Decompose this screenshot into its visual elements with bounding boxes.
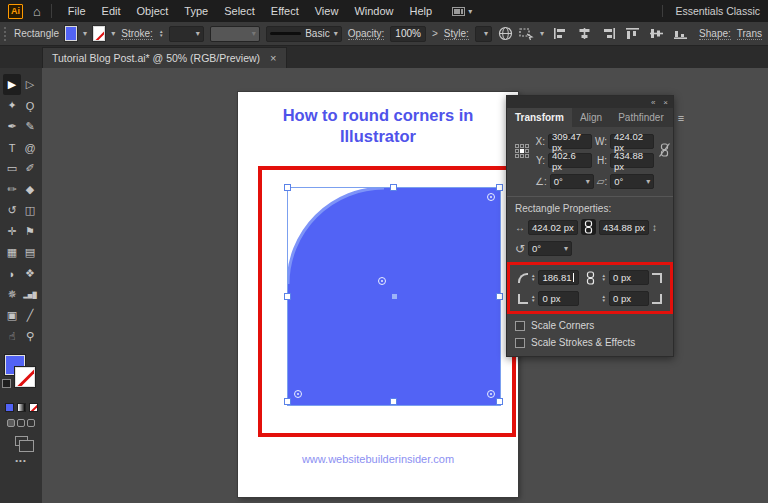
menu-window[interactable]: Window: [354, 5, 393, 17]
menu-select[interactable]: Select: [224, 5, 255, 17]
x-value-field[interactable]: 309.47 px: [548, 134, 592, 149]
corner-bl-stepper[interactable]: ▲▼: [531, 295, 535, 303]
tab-transform[interactable]: Transform: [507, 108, 572, 127]
maintain-dimensions-on-icon[interactable]: [581, 219, 596, 235]
default-fill-stroke-icon[interactable]: [2, 379, 11, 388]
selected-shape-group[interactable]: [288, 188, 500, 405]
curvature-tool[interactable]: ✎: [21, 116, 39, 137]
color-button[interactable]: [5, 403, 14, 412]
brush-select[interactable]: Basic ▾: [266, 26, 342, 42]
lasso-tool[interactable]: Ǫ: [21, 95, 39, 116]
edit-toolbar-button[interactable]: •••: [15, 456, 26, 465]
tab-pathfinder[interactable]: Pathfinder: [610, 108, 672, 127]
corner-tr-stepper[interactable]: ▲▼: [602, 274, 606, 282]
artboard-tool[interactable]: ▣: [3, 305, 21, 326]
width-profile-select[interactable]: ▾: [210, 26, 260, 42]
rect-width-field[interactable]: 424.02 px: [528, 220, 578, 235]
selection-handle[interactable]: [284, 293, 291, 300]
vertical-align-top-icon[interactable]: [624, 27, 641, 40]
transform-label-partial[interactable]: Trans: [737, 28, 762, 40]
style-label[interactable]: Style:: [444, 28, 469, 40]
opacity-label[interactable]: Opacity:: [348, 28, 385, 40]
rect-angle-select[interactable]: 0°▾: [528, 241, 572, 256]
corner-radius-bottom-left-field[interactable]: 0 px: [538, 291, 578, 306]
rectangle-tool[interactable]: ▭: [3, 158, 21, 179]
perspective-grid-tool[interactable]: ⚑: [21, 221, 39, 242]
hand-tool[interactable]: ☝: [3, 326, 21, 347]
selection-handle[interactable]: [284, 398, 291, 405]
fill-color-swatch[interactable]: [65, 26, 77, 41]
tab-align[interactable]: Align: [572, 108, 610, 127]
reference-point-selector[interactable]: [515, 144, 529, 158]
draw-normal-button[interactable]: [7, 419, 15, 427]
gradient-button[interactable]: [17, 403, 26, 412]
illustrator-logo[interactable]: Ai: [8, 4, 23, 19]
select-similar-icon[interactable]: [519, 27, 534, 40]
scale-corners-checkbox[interactable]: [515, 321, 525, 331]
rect-height-field[interactable]: 434.88 px: [599, 220, 649, 235]
shape-center-point[interactable]: [392, 294, 397, 299]
menu-effect[interactable]: Effect: [271, 5, 299, 17]
zoom-tool[interactable]: ⚲: [21, 326, 39, 347]
screen-mode-button[interactable]: [15, 436, 28, 446]
shape-builder-tool[interactable]: ◫: [21, 200, 39, 221]
document-tab[interactable]: Tutorial Blog Post.ai* @ 50% (RGB/Previe…: [42, 47, 287, 68]
corner-widget-top-right[interactable]: [487, 193, 495, 201]
shear-angle-select[interactable]: 0°▾: [610, 174, 654, 189]
selection-handle[interactable]: [496, 398, 503, 405]
rotate-tool[interactable]: ↺: [3, 200, 21, 221]
magic-wand-tool[interactable]: ✦: [3, 95, 21, 116]
workspace-name[interactable]: Essentials Classic: [662, 5, 760, 17]
selection-handle[interactable]: [390, 398, 397, 405]
horizontal-align-center-icon[interactable]: [576, 27, 593, 40]
stroke-weight-stepper[interactable]: ▲▼: [159, 30, 163, 38]
menu-view[interactable]: View: [315, 5, 339, 17]
horizontal-align-left-icon[interactable]: [552, 27, 569, 40]
corner-widget-bottom-right[interactable]: [487, 390, 495, 398]
selection-handle[interactable]: [496, 184, 503, 191]
draw-behind-button[interactable]: [17, 419, 25, 427]
scale-strokes-checkbox[interactable]: [515, 338, 525, 348]
free-transform-tool[interactable]: ✛: [3, 221, 21, 242]
paintbrush-tool[interactable]: ✐: [21, 158, 39, 179]
stroke-caret-icon[interactable]: ▾: [111, 29, 115, 38]
horizontal-align-right-icon[interactable]: [600, 27, 617, 40]
eraser-tool[interactable]: ◆: [21, 179, 39, 200]
corner-radius-top-left-field[interactable]: 186.81: [538, 270, 578, 285]
opacity-value-field[interactable]: 100%: [390, 26, 426, 42]
stroke-color-swatch[interactable]: [93, 26, 105, 41]
corner-radius-top-right-field[interactable]: 0 px: [609, 270, 649, 285]
corner-widget-bottom-left[interactable]: [294, 390, 302, 398]
menu-type[interactable]: Type: [184, 5, 208, 17]
slice-tool[interactable]: ╱: [21, 305, 39, 326]
selection-handle[interactable]: [390, 184, 397, 191]
workspace-switcher[interactable]: ▾: [452, 7, 472, 16]
control-bar-grip[interactable]: [4, 27, 6, 41]
selection-handle[interactable]: [284, 184, 291, 191]
y-value-field[interactable]: 402.6 px: [548, 153, 592, 168]
stroke-weight-select[interactable]: ▾: [169, 26, 203, 42]
vertical-align-center-icon[interactable]: [648, 27, 665, 40]
stroke-label[interactable]: Stroke:: [121, 28, 153, 40]
stroke-swatch[interactable]: [15, 367, 35, 387]
document-setup-icon[interactable]: [498, 26, 513, 41]
eyedropper-tool[interactable]: ◗: [3, 263, 21, 284]
menu-help[interactable]: Help: [410, 5, 433, 17]
corner-radius-bottom-right-field[interactable]: 0 px: [609, 291, 649, 306]
pen-tool[interactable]: ✒: [3, 116, 21, 137]
selection-handle[interactable]: [496, 293, 503, 300]
select-similar-caret-icon[interactable]: ▾: [540, 29, 544, 38]
mesh-tool[interactable]: ▦: [3, 242, 21, 263]
panel-menu-icon[interactable]: ≡: [672, 108, 690, 127]
corner-tl-stepper[interactable]: ▲▼: [531, 274, 535, 282]
w-value-field[interactable]: 424.02 px: [610, 134, 654, 149]
fill-caret-icon[interactable]: ▾: [83, 29, 87, 38]
rotate-angle-select[interactable]: 0°▾: [550, 174, 594, 189]
column-graph-tool[interactable]: ▂▅█: [21, 284, 39, 305]
artboard[interactable]: How to round corners in Illustrator: [238, 92, 518, 497]
direct-selection-tool[interactable]: ▷: [21, 74, 39, 95]
corner-widget-top-left[interactable]: [378, 277, 386, 285]
draw-inside-button[interactable]: [27, 419, 35, 427]
type-tool[interactable]: T: [3, 137, 21, 158]
vertical-align-bottom-icon[interactable]: [672, 27, 689, 40]
